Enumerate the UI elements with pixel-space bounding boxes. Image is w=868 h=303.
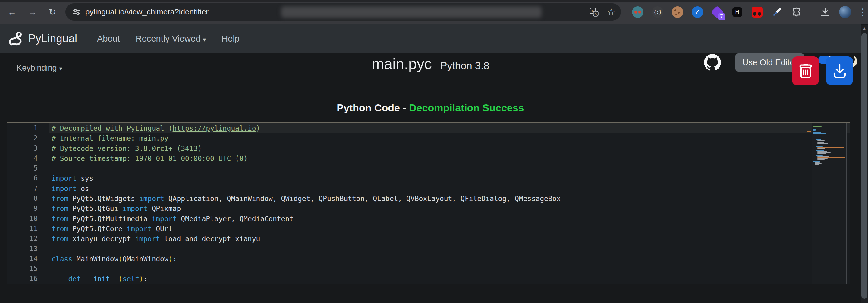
- nav-link-help[interactable]: Help: [221, 34, 240, 44]
- line-number: 3: [7, 143, 49, 153]
- code-line[interactable]: 1# Decompiled with PyLingual (https://py…: [7, 123, 849, 133]
- code-line[interactable]: 8from PyQt5.QtWidgets import QApplicatio…: [7, 193, 849, 203]
- code-line-content[interactable]: [49, 163, 849, 173]
- downloads-icon[interactable]: [819, 6, 831, 18]
- editor-minimap[interactable]: [812, 122, 846, 284]
- extensions-puzzle-icon[interactable]: [791, 6, 803, 18]
- status-heading-prefix: Python Code: [337, 102, 400, 113]
- code-editor[interactable]: 1# Decompiled with PyLingual (https://py…: [7, 122, 850, 284]
- code-line[interactable]: 10from PyQt5.QtMultimedia import QMediaP…: [7, 214, 849, 224]
- file-title-row: main.pyc Python 3.8: [0, 55, 861, 73]
- code-line[interactable]: 16 def __init__(self):: [7, 274, 849, 284]
- code-line[interactable]: 3# Bytecode version: 3.8.0rc1+ (3413): [7, 143, 849, 153]
- code-line-content[interactable]: # Source timestamp: 1970-01-01 00:00:00 …: [49, 153, 849, 163]
- download-icon: [832, 62, 848, 79]
- extension-red-icon[interactable]: [751, 6, 763, 18]
- profile-avatar[interactable]: [839, 6, 851, 18]
- line-number: 1: [7, 123, 49, 133]
- trash-icon: [798, 62, 813, 79]
- code-line-content[interactable]: class MainWindow(QMainWindow):: [49, 254, 849, 264]
- browser-toolbar: ← → ↻ pylingual.io/view_chimera?identifi…: [0, 0, 868, 24]
- line-number: 12: [7, 233, 49, 244]
- code-line-content[interactable]: # Internal filename: main.py: [49, 133, 849, 143]
- delete-button[interactable]: [792, 56, 819, 85]
- line-number: 2: [7, 133, 49, 143]
- extension-eyedropper-icon[interactable]: [771, 6, 783, 18]
- scrollbar-thumb[interactable]: [861, 33, 867, 299]
- extension-cookie-icon[interactable]: [672, 6, 684, 18]
- forward-icon[interactable]: →: [25, 0, 40, 24]
- code-line[interactable]: 4# Source timestamp: 1970-01-01 00:00:00…: [7, 153, 849, 163]
- code-line-content[interactable]: import os: [49, 184, 849, 193]
- page-scrollbar[interactable]: ▲: [861, 25, 868, 303]
- code-line-content[interactable]: from PyQt5.QtGui import QPixmap: [49, 203, 849, 213]
- code-line-content[interactable]: from PyQt5.QtMultimedia import QMediaPla…: [49, 214, 849, 224]
- code-line-content[interactable]: from xianyu_decrypt import load_and_decr…: [49, 233, 849, 244]
- page-title-filename: main.pyc: [372, 55, 432, 73]
- line-number: 15: [7, 264, 49, 274]
- browser-menu-icon[interactable]: ⋮: [859, 6, 867, 18]
- bookmark-star-icon[interactable]: ☆: [607, 6, 615, 18]
- code-line[interactable]: 6import sys: [7, 173, 849, 183]
- reload-icon[interactable]: ↻: [45, 0, 60, 24]
- nav-link-recently-viewed[interactable]: Recently Viewed▾: [135, 34, 206, 44]
- line-number: 5: [7, 163, 49, 173]
- code-line-content[interactable]: [49, 264, 849, 274]
- site-navbar: PyLingual About Recently Viewed▾ Help Us…: [0, 24, 861, 53]
- back-icon[interactable]: ←: [5, 0, 19, 24]
- scrollbar-up-arrow[interactable]: ▲: [861, 26, 868, 31]
- line-number: 14: [7, 254, 49, 264]
- extension-badge: 7: [718, 13, 725, 20]
- code-line-content[interactable]: [49, 244, 849, 254]
- code-line-content[interactable]: from PyQt5.QtCore import QUrl: [49, 224, 849, 233]
- chevron-down-icon: ▾: [203, 36, 206, 43]
- line-number: 4: [7, 153, 49, 163]
- address-bar[interactable]: pylingual.io/view_chimera?identifier= G …: [65, 3, 621, 21]
- code-line[interactable]: 11from PyQt5.QtCore import QUrl: [7, 224, 849, 233]
- line-number: 13: [7, 244, 49, 254]
- extension-code-icon[interactable]: {;}: [652, 6, 664, 18]
- code-line-content[interactable]: # Bytecode version: 3.8.0rc1+ (3413): [49, 143, 849, 153]
- extension-skull-icon[interactable]: [632, 6, 644, 18]
- url-text[interactable]: pylingual.io/view_chimera?identifier=: [85, 7, 213, 17]
- python-version-label: Python 3.8: [440, 60, 490, 72]
- code-lines: 1# Decompiled with PyLingual (https://py…: [7, 123, 849, 284]
- toolbar-separator: [811, 7, 811, 17]
- decompilation-status-heading: Python Code - Decompilation Success: [0, 102, 861, 114]
- extension-purple-icon[interactable]: 7: [711, 6, 723, 18]
- code-line[interactable]: 7import os: [7, 184, 849, 193]
- nav-link-about[interactable]: About: [97, 34, 120, 44]
- redacted-identifier: [281, 6, 541, 18]
- line-number: 8: [7, 193, 49, 203]
- code-line-content[interactable]: from PyQt5.QtWidgets import QApplication…: [49, 193, 849, 203]
- line-number: 9: [7, 203, 49, 213]
- download-button[interactable]: [826, 56, 853, 85]
- code-line[interactable]: 15: [7, 264, 849, 274]
- code-line-content[interactable]: def __init__(self):: [49, 274, 849, 284]
- line-number: 10: [7, 214, 49, 224]
- status-success-label: Decompilation Success: [409, 102, 524, 113]
- svg-text:A: A: [595, 12, 597, 16]
- line-number: 16: [7, 274, 49, 284]
- code-line[interactable]: 12from xianyu_decrypt import load_and_de…: [7, 233, 849, 244]
- code-line-content[interactable]: import sys: [49, 173, 849, 183]
- code-line[interactable]: 13: [7, 244, 849, 254]
- code-line[interactable]: 14class MainWindow(QMainWindow):: [7, 254, 849, 264]
- tune-icon[interactable]: [72, 7, 81, 17]
- line-number: 11: [7, 224, 49, 233]
- code-line[interactable]: 5: [7, 163, 849, 173]
- code-line[interactable]: 9from PyQt5.QtGui import QPixmap: [7, 203, 849, 213]
- extension-check-icon[interactable]: ✓: [691, 6, 704, 18]
- extension-h-icon[interactable]: H: [731, 6, 743, 18]
- line-number: 7: [7, 184, 49, 193]
- brand-title[interactable]: PyLingual: [28, 32, 78, 45]
- line-number: 6: [7, 173, 49, 183]
- code-line[interactable]: 2# Internal filename: main.py: [7, 133, 849, 143]
- translate-icon[interactable]: G A: [589, 7, 599, 17]
- minimap-warning-marker: [807, 131, 811, 132]
- pylingual-snake-logo: [7, 30, 24, 47]
- code-line-content[interactable]: # Decompiled with PyLingual (https://pyl…: [49, 123, 849, 133]
